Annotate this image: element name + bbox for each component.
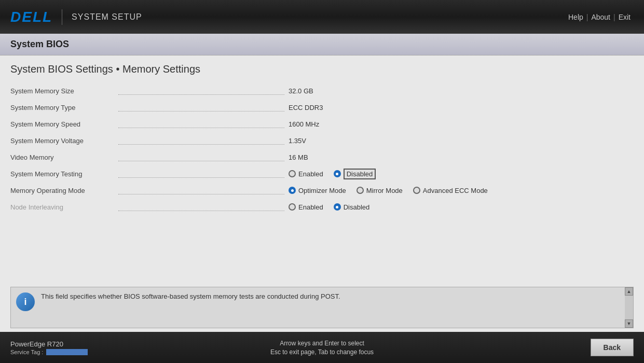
setting-label: System Memory Voltage [10, 137, 114, 145]
setting-dots [118, 161, 284, 161]
radio-selected [334, 203, 341, 211]
exit-link[interactable]: Exit [615, 13, 634, 21]
setting-value: 32.0 GB [289, 87, 313, 95]
radio-item: Disabled [334, 203, 370, 211]
service-tag-value [46, 349, 88, 355]
bios-title-bar: System BIOS [0, 34, 644, 55]
footer-instructions: Arrow keys and Enter to select Esc to ex… [270, 340, 374, 356]
setting-row: System Memory Voltage1.35V [10, 134, 634, 147]
info-panel: i This field specifies whether BIOS soft… [10, 287, 634, 328]
setting-label: System Memory Testing [10, 170, 114, 178]
radio-label: Optimizer Mode [298, 187, 346, 194]
page-heading: System BIOS Settings • Memory Settings [10, 63, 634, 75]
radio-label: Advanced ECC Mode [423, 187, 488, 194]
radio-selected [334, 170, 341, 177]
setting-row: System Memory TestingEnabledDisabled [10, 167, 634, 180]
setting-row: Video Memory16 MB [10, 151, 634, 163]
main-content: System BIOS System BIOS Settings • Memor… [0, 34, 644, 332]
radio-unselected [413, 187, 420, 194]
setting-dots [118, 194, 284, 194]
help-link[interactable]: Help [565, 13, 586, 21]
radio-item[interactable]: Mirror Mode [357, 187, 403, 194]
service-tag-label: Service Tag : [10, 349, 43, 355]
header-nav: Help | About | Exit [565, 13, 634, 21]
setting-row: Node InterleavingEnabledDisabled [10, 201, 634, 213]
scroll-down-arrow[interactable]: ▼ [625, 319, 633, 328]
setting-dots [118, 144, 284, 145]
setting-row: System Memory Speed1600 MHz [10, 118, 634, 130]
system-setup-title: SYSTEM SETUP [72, 12, 142, 22]
radio-group: Optimizer ModeMirror ModeAdvanced ECC Mo… [289, 187, 488, 194]
header: DELL SYSTEM SETUP Help | About | Exit [0, 0, 644, 34]
setting-label: System Memory Size [10, 87, 114, 95]
info-text: This field specifies whether BIOS softwa… [41, 292, 628, 300]
radio-item: Enabled [289, 203, 323, 211]
radio-label: Enabled [298, 203, 323, 211]
settings-container: System Memory Size32.0 GBSystem Memory T… [10, 85, 634, 213]
scroll-up-arrow[interactable]: ▲ [625, 287, 633, 296]
radio-label: Mirror Mode [366, 187, 403, 194]
radio-unselected [289, 203, 296, 211]
footer-service: Service Tag : [10, 349, 88, 355]
setting-dots [118, 177, 284, 178]
radio-item[interactable]: Disabled [334, 169, 376, 179]
setting-value: 1.35V [289, 137, 306, 145]
setting-row: System Memory TypeECC DDR3 [10, 101, 634, 114]
header-divider [62, 9, 62, 25]
radio-group: EnabledDisabled [289, 169, 376, 179]
footer-instruction-2: Esc to exit page, Tab to change focus [270, 348, 374, 356]
radio-label: Disabled [344, 169, 376, 179]
setting-label: Memory Operating Mode [10, 187, 114, 194]
footer-instruction-1: Arrow keys and Enter to select [270, 340, 374, 347]
radio-group: EnabledDisabled [289, 203, 369, 211]
setting-dots [118, 94, 284, 95]
settings-content: System BIOS Settings • Memory Settings S… [0, 55, 644, 283]
setting-dots [118, 211, 284, 211]
setting-value: 16 MB [289, 153, 308, 161]
info-scrollbar: ▲ ▼ [625, 287, 633, 328]
radio-unselected [357, 187, 364, 194]
setting-dots [118, 128, 284, 128]
setting-row: System Memory Size32.0 GB [10, 85, 634, 97]
footer: PowerEdge R720 Service Tag : Arrow keys … [0, 332, 644, 363]
setting-label: Node Interleaving [10, 203, 114, 211]
radio-item[interactable]: Enabled [289, 170, 323, 178]
radio-label: Enabled [298, 170, 323, 178]
footer-left: PowerEdge R720 Service Tag : [10, 340, 88, 355]
setting-value: ECC DDR3 [289, 104, 323, 111]
radio-unselected [289, 170, 296, 177]
setting-dots [118, 111, 284, 111]
radio-item[interactable]: Advanced ECC Mode [413, 187, 488, 194]
radio-selected [289, 187, 296, 194]
setting-row: Memory Operating ModeOptimizer ModeMirro… [10, 184, 634, 197]
info-icon: i [16, 292, 35, 311]
footer-model: PowerEdge R720 [10, 340, 88, 348]
radio-label: Disabled [344, 203, 370, 211]
setting-label: Video Memory [10, 153, 114, 161]
bios-title: System BIOS [10, 39, 69, 49]
about-link[interactable]: About [588, 13, 613, 21]
radio-item[interactable]: Optimizer Mode [289, 187, 346, 194]
back-button[interactable]: Back [591, 339, 634, 356]
setting-label: System Memory Type [10, 104, 114, 111]
setting-value: 1600 MHz [289, 120, 319, 128]
dell-logo: DELL [10, 9, 52, 25]
setting-label: System Memory Speed [10, 120, 114, 128]
